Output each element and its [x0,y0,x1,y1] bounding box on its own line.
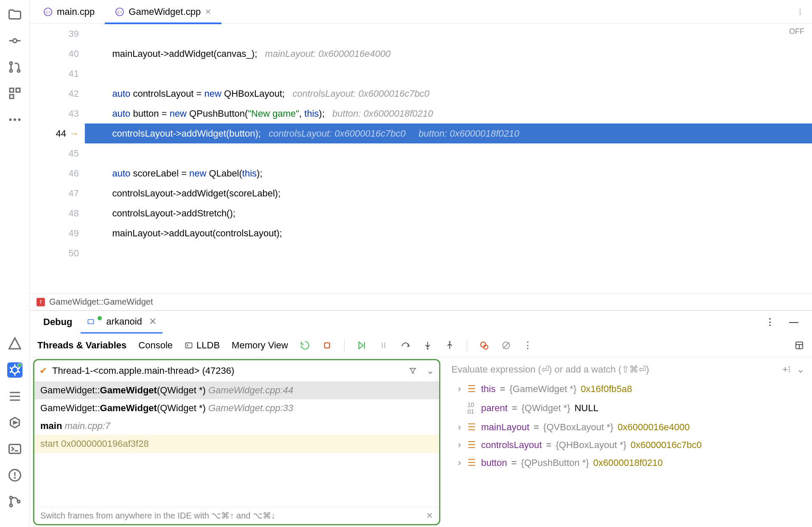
console-tab[interactable]: Console [138,340,173,351]
tab-gamewidget-cpp[interactable]: C+ GameWidget.cpp ✕ [105,0,221,24]
expand-icon[interactable]: › [456,384,463,395]
expand-icon[interactable]: › [456,457,463,468]
svg-point-5 [17,70,20,72]
chevron-down-icon[interactable]: ⌄ [797,364,804,375]
tabs-more-icon[interactable]: ⋮ [788,8,812,16]
debug-tab-main[interactable]: Debug [37,311,78,334]
svg-line-18 [18,371,20,373]
close-hint-icon[interactable]: ✕ [426,510,433,521]
structure-icon[interactable] [7,86,22,101]
layout-settings-icon[interactable] [794,340,804,350]
svg-text:C+: C+ [117,10,122,14]
application-icon [87,317,95,326]
code-line[interactable]: mainLayout->addWidget(canvas_); mainLayo… [85,44,812,64]
code-line[interactable] [85,143,812,163]
expand-icon[interactable]: › [456,422,463,433]
pull-requests-icon[interactable] [7,59,22,75]
console-icon [185,341,193,350]
svg-marker-24 [14,421,17,424]
variable-row[interactable]: ›☰button = {QPushButton *} 0x6000018f021… [447,454,809,472]
svg-point-3 [10,62,12,64]
evaluate-expression-input[interactable]: Evaluate expression (⏎) or add a watch (… [447,359,809,380]
code-line[interactable]: auto controlsLayout = new QHBoxLayout; c… [85,84,812,104]
svg-point-9 [9,118,11,121]
mute-breakpoints-button[interactable] [501,340,511,350]
step-out-button[interactable] [445,340,455,350]
code-line[interactable]: auto button = new QPushButton("New game"… [85,104,812,123]
svg-point-13 [11,367,18,373]
code-line[interactable]: controlsLayout->addStretch(); [85,203,812,223]
variable-row[interactable]: ›☰controlsLayout = {QHBoxLayout *} 0x600… [447,436,809,454]
step-into-button[interactable] [423,340,433,350]
thread-name: Thread-1-<com.apple.main-thread> (47236) [52,365,234,376]
variable-row[interactable]: 1001parent = {QWidget *} NULL [447,398,809,418]
svg-rect-25 [9,445,20,454]
stack-frame[interactable]: GameWidget::GameWidget(QWidget *) GameWi… [34,381,439,399]
code-line[interactable]: mainLayout->addLayout(controlsLayout); [85,223,812,243]
expand-icon[interactable]: › [456,440,463,451]
thread-selector[interactable]: ✔ Thread-1-<com.apple.main-thread> (4723… [34,360,439,381]
debug-panel: Debug arkanoid ✕ ⋮ — Threads & Variables… [30,310,812,527]
debug-tool-icon[interactable] [7,362,22,378]
variable-row[interactable]: ›☰this = {GameWidget *} 0x16f0fb5a8 [447,380,809,398]
problems-icon[interactable] [7,468,22,483]
filter-icon[interactable] [409,367,417,375]
tab-main-cpp[interactable]: C+ main.cpp [33,0,105,24]
memory-view-tab[interactable]: Memory View [232,340,288,351]
chevron-down-icon[interactable]: ⌄ [426,365,434,376]
view-breakpoints-button[interactable] [479,340,489,350]
debug-tabs: Debug arkanoid ✕ ⋮ — [30,311,812,334]
project-icon[interactable] [7,7,22,22]
lldb-tab[interactable]: LLDB [185,340,220,351]
svg-rect-7 [16,88,20,92]
code-line[interactable] [85,24,812,44]
svg-rect-37 [88,320,94,324]
breadcrumb[interactable]: f GameWidget::GameWidget [30,293,812,310]
code-area[interactable]: mainLayout->addWidget(canvas_); mainLayo… [85,24,812,293]
debugger-more-icon[interactable]: ⋮ [523,340,532,351]
code-line[interactable]: controlsLayout->addWidget(button); contr… [85,123,812,143]
threads-vars-tab[interactable]: Threads & Variables [37,340,126,351]
code-editor[interactable]: OFF 394041424344→454647484950 mainLayout… [30,24,812,293]
terminal-icon[interactable] [7,441,22,457]
svg-rect-38 [186,343,192,348]
svg-marker-40 [359,342,363,349]
step-over-button[interactable] [400,340,411,350]
code-line[interactable]: controlsLayout->addWidget(scoreLabel); [85,183,812,203]
vcs-icon[interactable] [7,494,22,509]
minimize-panel-icon[interactable]: — [783,311,804,334]
svg-point-47 [449,342,450,342]
more-tools-icon[interactable] [7,112,22,127]
stack-frame[interactable]: main main.cpp:7 [34,417,439,435]
commit-icon[interactable] [7,33,22,48]
frames-panel: ✔ Thread-1-<com.apple.main-thread> (4723… [33,359,440,525]
frames-hint: Switch frames from anywhere in the IDE w… [34,507,439,524]
services-icon[interactable] [7,415,22,430]
code-line[interactable]: auto scoreLabel = new QLabel(this); [85,163,812,183]
panel-options-icon[interactable]: ⋮ [759,311,781,334]
debug-tab-session[interactable]: arkanoid ✕ [81,311,162,334]
code-line[interactable] [85,243,812,263]
close-icon[interactable]: ✕ [205,7,211,17]
rerun-button[interactable] [300,340,310,350]
todo-icon[interactable] [7,389,22,404]
cpp-file-icon: C+ [43,7,53,17]
svg-point-4 [10,70,12,72]
stop-button[interactable] [322,340,332,350]
cmake-icon[interactable] [7,336,22,351]
stack-frame[interactable]: start 0x0000000196af3f28 [34,435,439,453]
variables-panel: Evaluate expression (⏎) or add a watch (… [444,357,812,527]
resume-button[interactable] [356,340,367,350]
left-toolbar [0,0,30,527]
editor-gutter: 394041424344→454647484950 [30,24,85,293]
pause-button[interactable] [378,340,389,350]
stack-frame[interactable]: GameWidget::GameWidget(QWidget *) GameWi… [34,399,439,417]
check-icon: ✔ [39,365,47,376]
code-line[interactable] [85,64,812,84]
svg-marker-12 [9,338,20,349]
svg-point-29 [14,477,15,478]
close-icon[interactable]: ✕ [149,316,157,327]
tab-label: GameWidget.cpp [129,6,201,17]
variable-row[interactable]: ›☰mainLayout = {QVBoxLayout *} 0x6000016… [447,418,809,436]
add-watch-icon[interactable]: +⁝ [782,364,791,375]
